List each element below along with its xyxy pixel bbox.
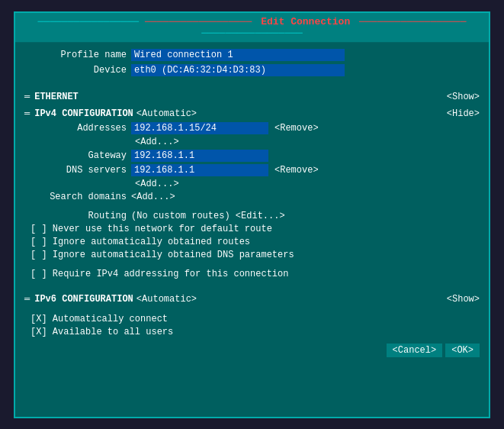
ipv4-hide-btn[interactable]: <Hide> <box>447 108 480 119</box>
device-input[interactable] <box>131 64 345 76</box>
auto-connect-label[interactable]: [X] Automatically connect <box>30 314 168 324</box>
ipv6-auto[interactable]: <Automatic> <box>136 294 197 305</box>
profile-name-row: Profile name <box>24 49 480 61</box>
all-users-row[interactable]: [X] Available to all users <box>24 327 480 337</box>
routing-label: Routing <box>24 211 131 221</box>
content-area: Profile name Device ═ ETHERNET <Show> ═ … <box>15 43 489 417</box>
ethernet-section: ═ ETHERNET <Show> <box>24 92 480 102</box>
checkbox2-label[interactable]: [ ] Ignore automatically obtained routes <box>30 237 250 247</box>
search-domains-label: Search domains <box>24 192 131 202</box>
ipv4-title: IPv4 CONFIGURATION <box>34 108 133 119</box>
addresses-remove-btn[interactable]: <Remove> <box>274 123 319 134</box>
ipv4-auto[interactable]: <Automatic> <box>136 108 197 119</box>
dns-input[interactable] <box>131 164 268 176</box>
checkbox4-label[interactable]: [ ] Require IPv4 addressing for this con… <box>30 269 288 279</box>
auto-connect-row[interactable]: [X] Automatically connect <box>24 314 480 324</box>
checkbox2-row[interactable]: [ ] Ignore automatically obtained routes <box>24 237 480 247</box>
checkbox1-label[interactable]: [ ] Never use this network for default r… <box>30 224 272 234</box>
dns-label: DNS servers <box>24 165 131 176</box>
profile-name-label: Profile name <box>24 50 131 60</box>
addresses-row: Addresses <Remove> <box>24 122 480 134</box>
all-users-label[interactable]: [X] Available to all users <box>30 327 173 337</box>
ethernet-show-btn[interactable]: <Show> <box>447 92 480 102</box>
dns-remove-btn[interactable]: <Remove> <box>274 165 319 176</box>
ethernet-left: ═ ETHERNET <box>24 92 79 102</box>
search-domains-row: Search domains <Add...> <box>24 192 480 202</box>
checkbox4-row[interactable]: [ ] Require IPv4 addressing for this con… <box>24 269 480 279</box>
gateway-label: Gateway <box>24 150 131 161</box>
profile-name-input[interactable] <box>131 49 345 61</box>
ok-button[interactable]: <OK> <box>445 344 480 357</box>
ipv6-title: IPv6 CONFIGURATION <box>34 294 133 305</box>
checkbox1-row[interactable]: [ ] Never use this network for default r… <box>24 224 480 234</box>
ipv6-arrow: ═ <box>24 294 30 305</box>
search-domains-add-btn[interactable]: <Add...> <box>131 192 175 202</box>
dns-add-row: <Add...> <box>24 179 480 189</box>
gateway-input[interactable] <box>131 150 268 162</box>
ipv6-show-btn[interactable]: <Show> <box>447 294 480 305</box>
gateway-row: Gateway <box>24 150 480 162</box>
addresses-add-row: <Add...> <box>24 137 480 147</box>
device-label: Device <box>24 65 131 76</box>
ipv4-left: ═ IPv4 CONFIGURATION <Automatic> <box>24 108 197 119</box>
dns-row: DNS servers <Remove> <box>24 164 480 176</box>
ipv4-arrow: ═ <box>24 108 30 119</box>
edit-connection-window: ────────────────── Edit Connection ─────… <box>14 11 490 418</box>
ipv6-section: ═ IPv6 CONFIGURATION <Automatic> <Show> <box>24 294 480 305</box>
ipv6-left: ═ IPv6 CONFIGURATION <Automatic> <box>24 294 197 305</box>
addresses-input[interactable] <box>131 122 268 134</box>
ethernet-arrow: ═ <box>24 92 30 102</box>
addresses-label: Addresses <box>24 123 131 134</box>
ethernet-title: ETHERNET <box>34 92 79 102</box>
checkbox3-row[interactable]: [ ] Ignore automatically obtained DNS pa… <box>24 250 480 260</box>
addresses-add-btn[interactable]: <Add...> <box>135 137 179 147</box>
bottom-buttons: <Cancel> <OK> <box>24 344 480 357</box>
title-bar: ────────────────── Edit Connection ─────… <box>15 13 489 43</box>
device-row: Device <box>24 64 480 76</box>
routing-row: Routing (No custom routes) <Edit...> <box>24 211 480 221</box>
dns-add-btn[interactable]: <Add...> <box>135 179 179 189</box>
ipv4-section: ═ IPv4 CONFIGURATION <Automatic> <Hide> <box>24 108 480 119</box>
checkbox3-label[interactable]: [ ] Ignore automatically obtained DNS pa… <box>30 250 294 260</box>
window-title: Edit Connection <box>261 16 350 27</box>
routing-value[interactable]: (No custom routes) <Edit...> <box>131 211 285 221</box>
cancel-button[interactable]: <Cancel> <box>387 344 443 357</box>
